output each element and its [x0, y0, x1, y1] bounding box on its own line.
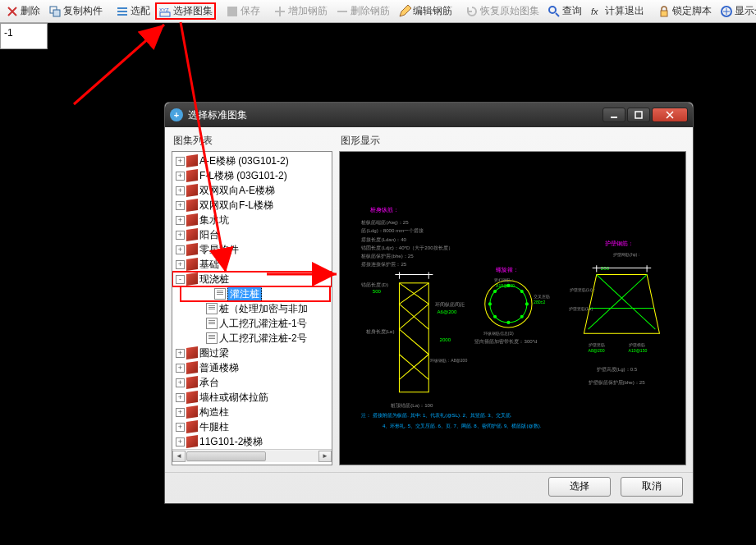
tree-item[interactable]: +阳台 [172, 227, 332, 242]
x-icon [6, 5, 19, 18]
query-btn[interactable]: 查询 [544, 2, 585, 20]
scroll-right-btn[interactable]: ► [318, 451, 332, 462]
svg-text:竖向箍筋加密带长度：300*d: 竖向箍筋加密带长度：300*d [474, 338, 538, 344]
tree-label: 构造柱 [199, 405, 229, 419]
svg-text:护壁高度(Lg)：0.5: 护壁高度(Lg)：0.5 [596, 366, 638, 372]
tree-label: 灌注桩 [227, 286, 262, 302]
tree-item[interactable]: 灌注桩 [181, 286, 330, 301]
delete-btn[interactable]: 删除 [2, 2, 44, 20]
svg-line-12 [74, 25, 164, 104]
scroll-thumb[interactable] [186, 451, 266, 461]
close-button[interactable] [652, 108, 688, 122]
expand-icon[interactable]: + [176, 157, 185, 166]
minus-icon [336, 5, 349, 18]
tree-label: 零星构件 [199, 243, 239, 257]
show-all-label: 显示全图 [735, 4, 756, 18]
tree-item[interactable]: +A-E楼梯 (03G101-2) [172, 153, 332, 168]
svg-text:护壁钢筋：: 护壁钢筋： [604, 240, 634, 247]
tree-item[interactable]: +基础 [172, 257, 332, 272]
minimize-button[interactable] [603, 108, 625, 122]
expand-icon[interactable]: + [176, 437, 185, 447]
expand-icon[interactable]: - [176, 275, 185, 284]
select-button[interactable]: 选择 [548, 477, 611, 497]
expand-icon[interactable]: + [176, 378, 185, 387]
save-btn[interactable]: 保存 [222, 2, 263, 20]
dialog-titlebar[interactable]: + 选择标准图集 [165, 103, 693, 127]
expand-icon[interactable]: + [176, 231, 185, 240]
copy-component-btn[interactable]: 复制构件 [45, 2, 106, 20]
expand-icon[interactable]: + [176, 349, 185, 358]
tree-label: 牛腿柱 [199, 420, 229, 434]
svg-text:200: 200 [601, 265, 610, 271]
svg-rect-10 [661, 11, 667, 16]
tree-label: 圈过梁 [199, 346, 229, 360]
restore-atlas-btn[interactable]: 恢复原始图集 [462, 2, 543, 20]
horizontal-scrollbar[interactable]: ◄ ► [172, 449, 332, 462]
show-all-btn[interactable]: 显示全图 [717, 2, 756, 20]
tree-item[interactable]: +构造柱 [172, 405, 332, 419]
svg-text:护壁纵筋保护层(bhe)：25: 护壁纵筋保护层(bhe)：25 [588, 379, 646, 385]
tree-panel-title: 图集列表 [172, 134, 332, 148]
expand-icon[interactable]: + [176, 172, 185, 181]
svg-text:A18@200: A18@200 [496, 283, 515, 288]
tree-item[interactable]: +零星构件 [172, 242, 332, 257]
tree-item[interactable]: +牛腿柱 [172, 419, 332, 434]
tree-item[interactable]: +双网双向A-E楼梯 [172, 183, 332, 198]
expand-icon[interactable]: + [176, 364, 185, 373]
tree-item[interactable]: +F-L楼梯 (03G101-2) [172, 168, 332, 183]
svg-line-22 [399, 329, 428, 355]
svg-text:护壁竖筋(Lt)：: 护壁竖筋(Lt)： [569, 287, 597, 292]
cancel-button[interactable]: 取消 [621, 477, 683, 497]
expand-icon[interactable]: + [176, 201, 185, 210]
tree-label: F-L楼梯 (03G101-2) [199, 169, 287, 183]
expand-icon[interactable]: + [176, 186, 185, 195]
graphic-preview: 桩身纵筋： 桩纵筋端筋(Aiej)：25 筋(Ldg)：8000 mm一个搭接 … [339, 151, 686, 465]
lock-script-btn[interactable]: 锁定脚本 [654, 2, 715, 20]
expand-icon[interactable]: + [176, 216, 185, 225]
tree-item[interactable]: -现浇桩 [172, 272, 332, 286]
svg-text:环间纵筋间距: 环间纵筋间距 [435, 301, 465, 307]
tree-label: 普通楼梯 [199, 361, 239, 375]
expand-icon[interactable]: + [176, 393, 185, 402]
tree-label: 基础 [199, 258, 219, 272]
save-label: 保存 [241, 4, 260, 18]
calc-exit-btn[interactable]: fx计算退出 [587, 2, 648, 20]
scroll-left-btn[interactable]: ◄ [172, 451, 186, 462]
tree-item[interactable]: +普通楼梯 [172, 360, 332, 375]
add-rebar-btn[interactable]: 增加钢筋 [270, 2, 331, 20]
expand-icon[interactable]: + [176, 260, 185, 269]
lbl: 桩纵筋端筋(Aiej)：25 [360, 219, 409, 225]
svg-rect-4 [117, 14, 127, 16]
tree-item[interactable]: +11G101-2楼梯 [172, 434, 332, 449]
book-icon [186, 361, 198, 374]
expand-icon[interactable]: + [176, 423, 185, 432]
lbl500: 锚筋长度(D) [360, 282, 388, 287]
list-icon [116, 5, 129, 18]
book-icon [186, 420, 198, 433]
book-icon [186, 435, 198, 448]
tree-item[interactable]: +集水坑 [172, 213, 332, 227]
atlas-tree[interactable]: +A-E楼梯 (03G101-2)+F-L楼梯 (03G101-2)+双网双向A… [172, 151, 332, 465]
tree-item[interactable]: 人工挖孔灌注桩-2号 [172, 331, 332, 346]
svg-point-38 [520, 291, 523, 293]
annotation-arrow-1 [70, 18, 176, 112]
select-atlas-btn[interactable]: XYZ选择图集 [155, 2, 216, 20]
tree-item[interactable]: +承台 [172, 375, 332, 390]
book-icon [186, 258, 198, 271]
select-match-btn[interactable]: 选配 [112, 2, 153, 20]
tree-item[interactable]: +墙柱或砌体拉筋 [172, 390, 332, 405]
expand-icon[interactable]: + [176, 245, 185, 254]
svg-text:环纵钢筋：A8@200: 环纵钢筋：A8@200 [430, 358, 467, 363]
calc-exit-label: 计算退出 [605, 4, 644, 18]
tree-item[interactable]: 人工挖孔灌注桩-1号 [172, 316, 332, 331]
tree-item[interactable]: +双网双向F-L楼梯 [172, 198, 332, 213]
lbl: 筋(Ldg)：8000 mm一个搭接 [361, 227, 424, 233]
delete-rebar-btn[interactable]: 删除钢筋 [332, 2, 393, 20]
group1-title: 桩身纵筋： [369, 207, 399, 213]
tree-item[interactable]: +圈过梁 [172, 346, 332, 360]
tree-item[interactable]: 桩（处理加密与非加 [172, 301, 332, 316]
edit-rebar-btn[interactable]: 编辑钢筋 [395, 2, 456, 20]
maximize-button[interactable] [627, 108, 650, 122]
expand-icon[interactable]: + [176, 408, 185, 417]
svg-text:竖杠钢筋：: 竖杠钢筋： [494, 277, 515, 282]
